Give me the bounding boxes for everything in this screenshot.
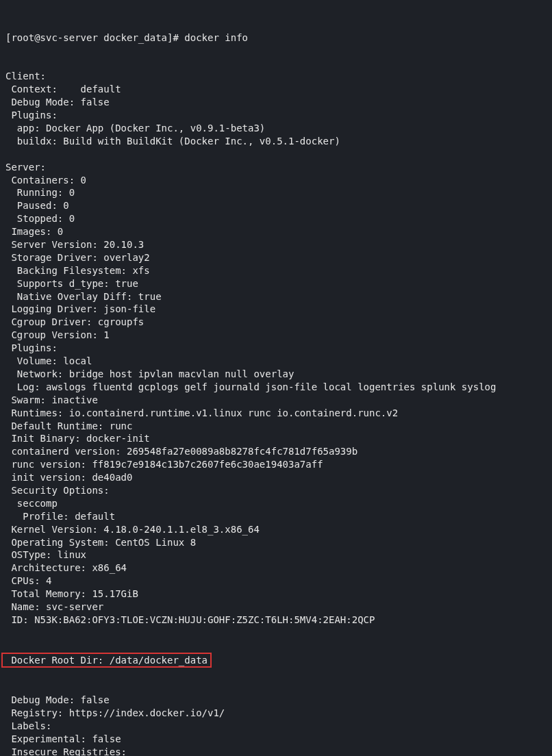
output-line: Volume: local (5, 355, 547, 368)
output-line: Server: (5, 161, 547, 174)
output-line: Network: bridge host ipvlan macvlan null… (5, 368, 547, 381)
output-line: Client: (5, 70, 547, 83)
output-line: Native Overlay Diff: true (5, 290, 547, 303)
output-line: Cgroup Driver: cgroupfs (5, 316, 547, 329)
output-line: Runtimes: io.containerd.runtime.v1.linux… (5, 407, 547, 420)
output-line: Init Binary: docker-init (5, 432, 547, 445)
output-line: Debug Mode: false (5, 694, 547, 707)
prompt-line: [root@svc-server docker_data]# docker in… (5, 32, 547, 45)
output-line: Profile: default (5, 510, 547, 523)
output-line: runc version: ff819c7e9184c13b7c2607fe6c… (5, 458, 547, 471)
output-line: Cgroup Version: 1 (5, 329, 547, 342)
output-line: Architecture: x86_64 (5, 562, 547, 575)
output-line: Swarm: inactive (5, 394, 547, 407)
output-line: ID: N53K:BA62:OFY3:TLOE:VCZN:HUJU:GOHF:Z… (5, 614, 547, 627)
output-line: containerd version: 269548fa27e0089a8b82… (5, 445, 547, 458)
output-line: Labels: (5, 720, 547, 733)
output-line: buildx: Build with BuildKit (Docker Inc.… (5, 135, 547, 148)
output-line: init version: de40ad0 (5, 471, 547, 484)
output-line: CPUs: 4 (5, 575, 547, 588)
output-line: Debug Mode: false (5, 96, 547, 109)
output-lines: Client: Context: default Debug Mode: fal… (5, 70, 547, 626)
output-line: Running: 0 (5, 186, 547, 199)
output-line: OSType: linux (5, 549, 547, 562)
output-line: Stopped: 0 (5, 212, 547, 225)
output-line: app: Docker App (Docker Inc., v0.9.1-bet… (5, 122, 547, 135)
output-line: Server Version: 20.10.3 (5, 238, 547, 251)
output-line: Insecure Registries: (5, 746, 547, 756)
output-line: Kernel Version: 4.18.0-240.1.1.el8_3.x86… (5, 523, 547, 536)
highlighted-output-line: Docker Root Dir: /data/docker_data (5, 653, 547, 668)
output-line: Experimental: false (5, 733, 547, 746)
output-line: Plugins: (5, 109, 547, 122)
output-line (5, 148, 547, 161)
output-lines-after: Debug Mode: false Registry: https://inde… (5, 694, 547, 756)
output-line: Security Options: (5, 484, 547, 497)
output-line: Default Runtime: runc (5, 420, 547, 433)
output-line: Images: 0 (5, 225, 547, 238)
output-line: Containers: 0 (5, 174, 547, 187)
output-line: Name: svc-server (5, 601, 547, 614)
output-line: Total Memory: 15.17GiB (5, 588, 547, 601)
output-line: Supports d_type: true (5, 277, 547, 290)
output-line: Logging Driver: json-file (5, 303, 547, 316)
output-line: Context: default (5, 83, 547, 96)
output-line: Registry: https://index.docker.io/v1/ (5, 707, 547, 720)
output-line: Operating System: CentOS Linux 8 (5, 536, 547, 549)
output-line: Backing Filesystem: xfs (5, 264, 547, 277)
output-line: Storage Driver: overlay2 (5, 251, 547, 264)
docker-root-dir-highlight: Docker Root Dir: /data/docker_data (1, 653, 212, 668)
output-line: seccomp (5, 497, 547, 510)
output-line: Plugins: (5, 342, 547, 355)
output-line: Log: awslogs fluentd gcplogs gelf journa… (5, 381, 547, 394)
output-line: Paused: 0 (5, 199, 547, 212)
terminal-window[interactable]: [root@svc-server docker_data]# docker in… (0, 0, 552, 756)
